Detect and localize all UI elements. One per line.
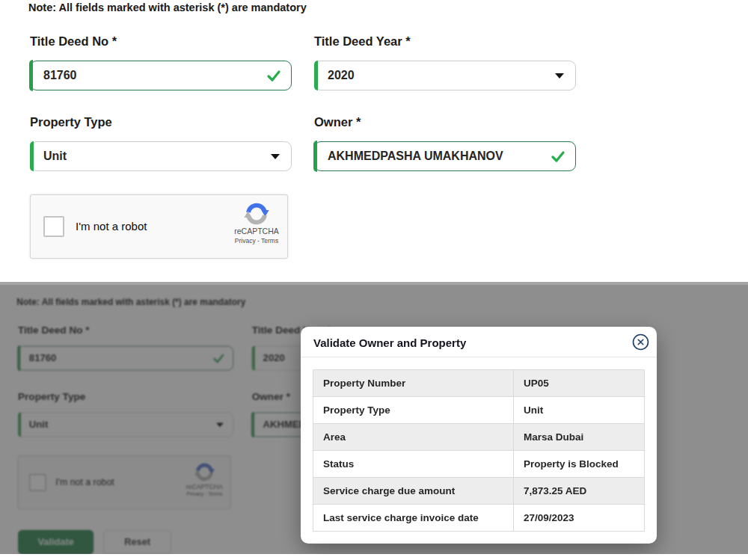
validation-form: Note: All fields marked with asterisk (*… bbox=[30, 0, 613, 318]
modal-backdrop-section: Note: All fields marked with asterisk (*… bbox=[0, 282, 748, 554]
table-row: Last service charge invoice date 27/09/2… bbox=[313, 505, 645, 532]
modal-title: Validate Owner and Property bbox=[313, 336, 466, 349]
recaptcha-terms[interactable]: Privacy - Terms bbox=[235, 237, 278, 244]
recaptcha-label: I'm not a robot bbox=[76, 220, 147, 233]
title-deed-no-value: 81760 bbox=[31, 69, 77, 82]
valid-check-icon bbox=[551, 149, 565, 164]
chevron-down-icon bbox=[555, 73, 564, 79]
valid-check-icon bbox=[266, 68, 281, 83]
mandatory-note: Note: All fields marked with asterisk (*… bbox=[28, 1, 307, 13]
property-type-label: Property Type bbox=[30, 115, 112, 129]
property-type-value: Unit bbox=[31, 150, 67, 163]
recaptcha-brand: reCAPTCHA bbox=[234, 227, 279, 236]
close-icon[interactable] bbox=[632, 333, 649, 351]
recaptcha-widget: I'm not a robot reCAPTCHA Privacy - Term… bbox=[30, 194, 288, 259]
modal-header: Validate Owner and Property bbox=[301, 327, 657, 357]
title-deed-no-input[interactable]: 81760 bbox=[30, 61, 292, 90]
table-row: Service charge due amount 7,873.25 AED bbox=[313, 478, 645, 505]
validate-result-modal: Validate Owner and Property Property Num… bbox=[301, 327, 657, 544]
recaptcha-checkbox[interactable] bbox=[43, 216, 64, 237]
owner-label: Owner * bbox=[314, 115, 361, 129]
property-type-select[interactable]: Unit bbox=[30, 141, 292, 171]
title-deed-no-label: Title Deed No * bbox=[30, 34, 117, 49]
title-deed-year-value: 2020 bbox=[315, 69, 355, 82]
recaptcha-logo: reCAPTCHA Privacy - Terms bbox=[232, 201, 281, 244]
recaptcha-icon bbox=[244, 201, 269, 227]
title-deed-year-label: Title Deed Year * bbox=[314, 34, 411, 49]
property-details-table: Property Number UP05 Property Type Unit … bbox=[313, 369, 645, 532]
table-row: Area Marsa Dubai bbox=[313, 424, 645, 451]
owner-value: AKHMEDPASHA UMAKHANOV bbox=[315, 150, 503, 163]
owner-input[interactable]: AKHMEDPASHA UMAKHANOV bbox=[314, 141, 576, 171]
chevron-down-icon bbox=[271, 154, 280, 159]
table-row: Status Property is Blocked bbox=[313, 451, 645, 478]
title-deed-year-select[interactable]: 2020 bbox=[314, 61, 576, 90]
table-row: Property Type Unit bbox=[313, 397, 645, 424]
table-row: Property Number UP05 bbox=[313, 370, 645, 397]
modal-body: Property Number UP05 Property Type Unit … bbox=[301, 357, 657, 544]
